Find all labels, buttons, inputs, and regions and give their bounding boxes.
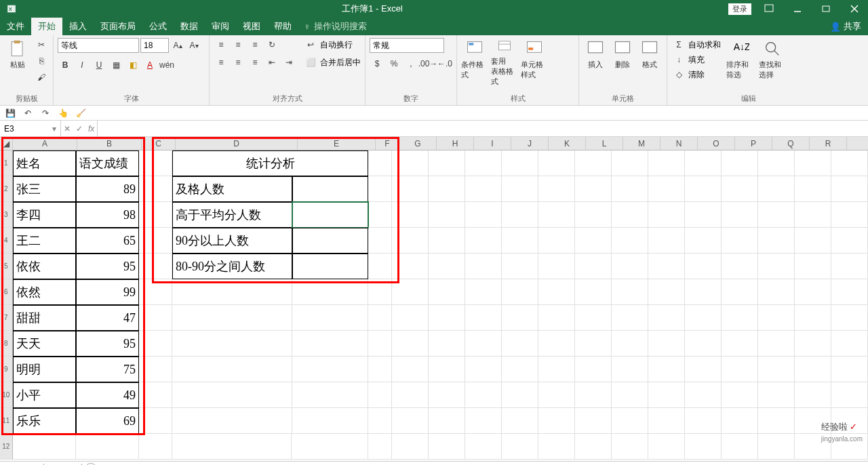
cell-D3[interactable]: 高于平均分人数 <box>172 202 292 228</box>
row-header[interactable]: 7 <box>0 305 13 331</box>
cell[interactable] <box>429 408 465 434</box>
cell-C8[interactable] <box>139 331 172 357</box>
cell-C7[interactable] <box>139 305 172 331</box>
cell[interactable] <box>648 254 685 279</box>
decrease-font-icon[interactable]: A▾ <box>186 39 201 52</box>
cell[interactable] <box>758 382 795 408</box>
cell[interactable] <box>722 382 758 408</box>
cut-icon[interactable]: ✂ <box>34 38 49 52</box>
cell[interactable] <box>795 305 831 331</box>
align-right-icon[interactable]: ≡ <box>248 56 262 69</box>
cell[interactable] <box>575 279 612 305</box>
cell[interactable] <box>502 434 538 460</box>
cell[interactable] <box>722 279 758 305</box>
cell[interactable] <box>502 202 538 228</box>
row-header[interactable]: 2 <box>0 176 13 202</box>
cell[interactable] <box>795 150 831 176</box>
cell-D2[interactable]: 及格人数 <box>172 176 292 202</box>
cell[interactable] <box>502 176 538 202</box>
cell[interactable] <box>429 357 465 382</box>
format-cells-button[interactable]: 格式 <box>637 38 662 87</box>
cell[interactable] <box>392 357 429 382</box>
percent-icon[interactable]: % <box>387 57 401 70</box>
cell-B9[interactable]: 75 <box>76 357 139 382</box>
cell-A9[interactable]: 明明 <box>13 357 76 382</box>
align-top-icon[interactable]: ≡ <box>214 38 229 52</box>
cell-D1[interactable]: 统计分析 <box>172 150 368 176</box>
cell[interactable] <box>685 202 722 228</box>
row-header[interactable]: 11 <box>0 408 13 434</box>
row-header[interactable]: 6 <box>0 279 13 305</box>
col-G[interactable]: G <box>399 137 437 150</box>
cell[interactable] <box>368 434 391 460</box>
cell-F2[interactable] <box>368 176 391 202</box>
cell-C9[interactable] <box>139 357 172 382</box>
cell-D4[interactable]: 90分以上人数 <box>172 228 292 254</box>
italic-icon[interactable]: I <box>75 58 90 72</box>
cell-C5[interactable] <box>139 254 172 279</box>
cell[interactable] <box>465 202 502 228</box>
cell[interactable] <box>722 357 758 382</box>
row-header[interactable]: 10 <box>0 382 13 408</box>
redo-icon[interactable]: ↷ <box>39 107 52 119</box>
cell-A8[interactable]: 天天 <box>13 331 76 357</box>
fill-color-icon[interactable]: ◧ <box>125 58 140 72</box>
cell-A10[interactable]: 小平 <box>13 382 76 408</box>
formula-input[interactable] <box>98 121 868 136</box>
close-icon[interactable] <box>841 0 868 18</box>
cell-A3[interactable]: 李四 <box>13 202 76 228</box>
cell-B2[interactable]: 89 <box>76 176 139 202</box>
cell-E7[interactable] <box>292 305 369 331</box>
format-painter-icon[interactable]: 🖌 <box>34 70 49 84</box>
maximize-icon[interactable] <box>812 0 840 18</box>
cell[interactable] <box>502 305 538 331</box>
cell[interactable] <box>465 408 502 434</box>
undo-icon[interactable]: ↶ <box>22 107 34 119</box>
cell[interactable] <box>758 254 795 279</box>
cell[interactable] <box>722 254 758 279</box>
cell[interactable] <box>429 382 465 408</box>
enter-icon[interactable]: ✓ <box>76 124 83 134</box>
cell-E8[interactable] <box>292 331 369 357</box>
bold-icon[interactable]: B <box>58 58 73 72</box>
cell-C2[interactable] <box>139 176 172 202</box>
cell[interactable] <box>722 305 758 331</box>
cell[interactable] <box>575 150 612 176</box>
cell[interactable] <box>502 228 538 254</box>
decrease-decimal-icon[interactable]: ←.0 <box>437 57 452 70</box>
cell[interactable] <box>648 305 685 331</box>
eraser-icon[interactable]: 🧹 <box>75 107 87 119</box>
cell[interactable] <box>831 228 868 254</box>
col-A[interactable]: A <box>13 137 77 150</box>
col-N[interactable]: N <box>660 137 698 150</box>
cell[interactable] <box>538 176 575 202</box>
cell[interactable] <box>538 382 575 408</box>
cell[interactable] <box>575 305 612 331</box>
col-L[interactable]: L <box>586 137 623 150</box>
col-E[interactable]: E <box>298 137 376 150</box>
col-H[interactable]: H <box>437 137 474 150</box>
cell-F4[interactable] <box>368 228 391 254</box>
cell[interactable] <box>465 331 502 357</box>
cell-F7[interactable] <box>368 305 391 331</box>
col-M[interactable]: M <box>623 137 660 150</box>
cell[interactable] <box>685 331 722 357</box>
cell[interactable] <box>429 279 465 305</box>
cell[interactable] <box>831 279 868 305</box>
row-header[interactable]: 5 <box>0 254 13 279</box>
cell[interactable] <box>612 279 648 305</box>
cell[interactable] <box>795 331 831 357</box>
cell[interactable] <box>392 408 429 434</box>
cell[interactable] <box>831 176 868 202</box>
col-O[interactable]: O <box>698 137 735 150</box>
cell-C10[interactable] <box>139 382 172 408</box>
cell[interactable] <box>648 408 685 434</box>
cell[interactable] <box>758 228 795 254</box>
row-header[interactable]: 9 <box>0 357 13 382</box>
menu-insert[interactable]: 插入 <box>62 18 94 35</box>
font-size-combo[interactable]: 18 <box>140 38 169 53</box>
align-left-icon[interactable]: ≡ <box>214 56 229 69</box>
cell[interactable] <box>685 176 722 202</box>
menu-home[interactable]: 开始 <box>31 18 62 35</box>
cell[interactable] <box>429 305 465 331</box>
